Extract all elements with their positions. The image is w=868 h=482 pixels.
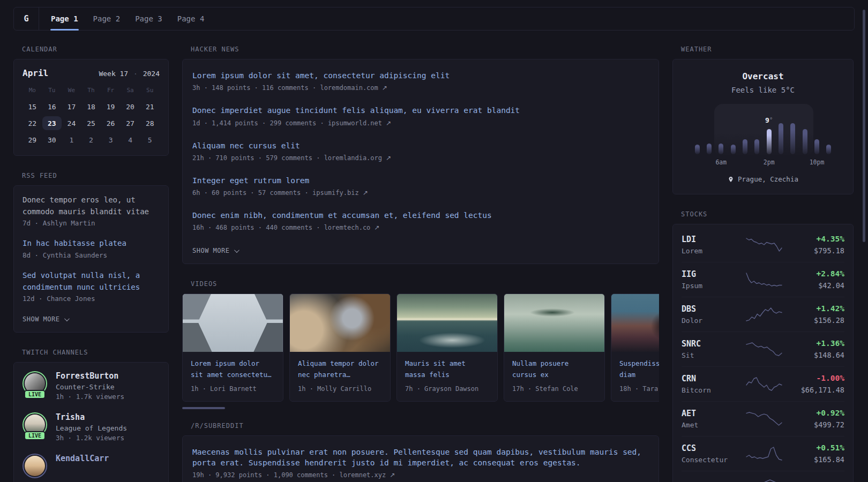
twitch-channel-name[interactable]: ForrestBurton bbox=[56, 371, 124, 381]
stock-symbol: LDI bbox=[682, 235, 737, 244]
hacker-news-item-link[interactable]: Donec imperdiet augue tincidunt felis al… bbox=[192, 105, 649, 116]
hacker-news-item-link[interactable]: Integer eget rutrum lorem bbox=[192, 175, 649, 186]
weather-widget: WEATHER Overcast Feels like 5°C 9° 6am 2… bbox=[672, 46, 854, 194]
twitch-channel[interactable]: KendallCarr bbox=[23, 454, 160, 478]
video-title-link[interactable]: Lorem ipsum dolor sit amet consectetu… bbox=[191, 358, 275, 380]
video-card[interactable]: Aliquam tempor dolor nec pharetra… 1h · … bbox=[289, 293, 391, 401]
external-link-icon: ↗ bbox=[375, 224, 380, 231]
hacker-news-domain-link[interactable]: loremtech.co bbox=[324, 224, 371, 231]
weather-location: Prague, Czechia bbox=[682, 175, 844, 183]
stock-symbol: SNRC bbox=[682, 339, 737, 349]
nav-tabs: Page 1 Page 2 Page 3 Page 4 bbox=[43, 7, 212, 30]
hacker-news-domain-link[interactable]: loremlandia.org bbox=[324, 154, 382, 162]
subreddit-widget: /R/SUBREDDIT Maecenas mollis pulvinar er… bbox=[182, 422, 659, 482]
tab-page-4[interactable]: Page 4 bbox=[170, 7, 212, 30]
stock-symbol: CCS bbox=[682, 443, 737, 453]
stock-row[interactable]: SNRC Sit +1.36% $148.64 bbox=[682, 332, 844, 366]
twitch-channel-game: Counter-Strike bbox=[56, 383, 124, 391]
subreddit-domain-link[interactable]: loremnet.xyz bbox=[340, 471, 386, 479]
stock-change: +2.84% bbox=[791, 269, 844, 278]
rss-show-more-button[interactable]: SHOW MORE bbox=[23, 315, 68, 323]
hacker-news-item: Integer eget rutrum lorem 6h · 60 points… bbox=[192, 175, 649, 197]
avatar: LIVE bbox=[23, 371, 47, 396]
stock-symbol: CRN bbox=[682, 374, 737, 383]
twitch-channel-name[interactable]: KendallCarr bbox=[56, 454, 109, 463]
stock-row[interactable]: DBS Dolor +1.42% $156.28 bbox=[682, 297, 844, 332]
video-card[interactable]: Lorem ipsum dolor sit amet consectetu… 1… bbox=[182, 293, 283, 401]
middle-column: HACKER NEWS Lorem ipsum dolor sit amet, … bbox=[182, 46, 659, 482]
hacker-news-show-more-button[interactable]: SHOW MORE bbox=[192, 247, 238, 254]
calendar-week-number: Week 17 bbox=[99, 70, 128, 78]
weather-bars: 9° bbox=[691, 104, 835, 154]
rss-item-link[interactable]: In hac habitasse platea bbox=[23, 238, 160, 250]
rss-item-link[interactable]: Donec tempor eros leo, ut commodo mauris… bbox=[23, 194, 160, 217]
stock-price: $42.04 bbox=[791, 281, 844, 290]
avatar-image bbox=[25, 456, 45, 476]
hacker-news-item-link[interactable]: Donec enim nibh, condimentum et accumsan… bbox=[192, 210, 649, 221]
twitch-channel-info: ForrestBurton Counter-Strike 1h · 1.7k v… bbox=[56, 371, 124, 401]
meta-text: 21h · 710 points · 579 comments · bbox=[192, 154, 324, 162]
calendar-header: April Week 17 · 2024 bbox=[23, 68, 160, 78]
stock-values: -1.00% $66,171.48 bbox=[791, 374, 844, 394]
stock-name: Dolor bbox=[682, 317, 737, 325]
carousel-scrollbar-thumb[interactable] bbox=[182, 407, 225, 409]
stock-row[interactable]: CCS Consectetur +0.51% $165.84 bbox=[682, 436, 844, 471]
hacker-news-item: Donec imperdiet augue tincidunt felis al… bbox=[192, 105, 649, 126]
rss-item: Donec tempor eros leo, ut commodo mauris… bbox=[23, 194, 160, 227]
video-meta: 1h · Molly Carrillo bbox=[298, 385, 382, 393]
video-title-link[interactable]: Suspendisse diam bbox=[619, 358, 659, 380]
video-card[interactable]: Suspendisse diam 18h · Tara bbox=[611, 293, 659, 401]
external-link-icon: ↗ bbox=[390, 471, 395, 479]
stock-sparkline bbox=[737, 411, 791, 427]
stock-change: +1.42% bbox=[791, 304, 844, 313]
video-card[interactable]: Nullam posuere cursus ex 17h · Stefan Co… bbox=[504, 293, 605, 401]
stock-price: $499.72 bbox=[791, 420, 844, 429]
stock-row[interactable]: LDI Lorem +4.35% $795.18 bbox=[682, 228, 844, 262]
twitch-channel[interactable]: LIVE ForrestBurton Counter-Strike 1h · 1… bbox=[23, 371, 160, 401]
video-meta: 7h · Grayson Dawson bbox=[405, 385, 489, 393]
twitch-channel[interactable]: LIVE Trisha League of Legends 3h · 1.2k … bbox=[23, 412, 160, 442]
stock-row[interactable]: AHS +0.46% bbox=[682, 471, 844, 482]
video-title-link[interactable]: Aliquam tempor dolor nec pharetra… bbox=[298, 358, 382, 380]
weekday-label: Sa bbox=[121, 87, 140, 97]
calendar-day: 25 bbox=[81, 116, 101, 130]
meta-text: 19h · 9,932 points · 1,090 comments · bbox=[192, 471, 340, 479]
hacker-news-item-link[interactable]: Lorem ipsum dolor sit amet, consectetur … bbox=[192, 70, 649, 81]
weather-location-text: Prague, Czechia bbox=[738, 175, 798, 183]
weekday-label: Tu bbox=[42, 87, 62, 97]
page-scrollbar-thumb[interactable] bbox=[863, 10, 865, 242]
subreddit-post-meta: 19h · 9,932 points · 1,090 comments · lo… bbox=[192, 471, 649, 479]
video-title-link[interactable]: Nullam posuere cursus ex bbox=[512, 358, 596, 380]
tab-page-3[interactable]: Page 3 bbox=[128, 7, 170, 30]
hacker-news-item-link[interactable]: Aliquam nec cursus elit bbox=[192, 140, 649, 151]
hacker-news-domain-link[interactable]: ipsumworld.net bbox=[328, 119, 382, 127]
video-title-link[interactable]: Mauris sit amet massa felis bbox=[405, 358, 489, 380]
tab-page-1[interactable]: Page 1 bbox=[43, 7, 86, 30]
rss-item-link[interactable]: Sed volutpat nulla nisl, a condimentum n… bbox=[23, 270, 160, 293]
subreddit-post-link[interactable]: Maecenas mollis pulvinar erat non posuer… bbox=[192, 447, 649, 469]
twitch-channel-name[interactable]: Trisha bbox=[56, 412, 127, 422]
rss-item-meta: 8d · Cynthia Saunders bbox=[23, 251, 160, 259]
stock-values: +1.36% $148.64 bbox=[791, 339, 844, 359]
subreddit-widget-title: /R/SUBREDDIT bbox=[182, 422, 659, 430]
stock-sparkline bbox=[737, 341, 791, 357]
stock-row[interactable]: IIG Ipsum +2.84% $42.04 bbox=[682, 262, 844, 297]
app-logo[interactable]: G bbox=[14, 7, 39, 30]
calendar-day: 29 bbox=[23, 133, 42, 147]
hacker-news-domain-link[interactable]: loremdomain.com bbox=[320, 84, 378, 92]
stock-identity: LDI Lorem bbox=[682, 235, 737, 255]
video-info: Mauris sit amet massa felis 7h · Grayson… bbox=[397, 352, 497, 401]
tab-page-2[interactable]: Page 2 bbox=[86, 7, 128, 30]
video-card[interactable]: Mauris sit amet massa felis 7h · Grayson… bbox=[396, 293, 498, 401]
hacker-news-domain-link[interactable]: ipsumify.biz bbox=[312, 189, 359, 197]
stock-sparkline bbox=[737, 478, 791, 482]
video-info: Lorem ipsum dolor sit amet consectetu… 1… bbox=[183, 352, 283, 401]
weather-chart: 9° bbox=[691, 104, 835, 154]
stock-row[interactable]: CRN Bitcorn -1.00% $66,171.48 bbox=[682, 366, 844, 401]
meta-text: 16h · 468 points · 440 comments · bbox=[192, 224, 324, 231]
video-thumbnail bbox=[397, 294, 497, 352]
stock-identity: CCS Consectetur bbox=[682, 443, 737, 464]
stock-identity: DBS Dolor bbox=[682, 304, 737, 325]
stock-change: +0.92% bbox=[791, 409, 844, 417]
stock-row[interactable]: AET Amet +0.92% $499.72 bbox=[682, 401, 844, 436]
